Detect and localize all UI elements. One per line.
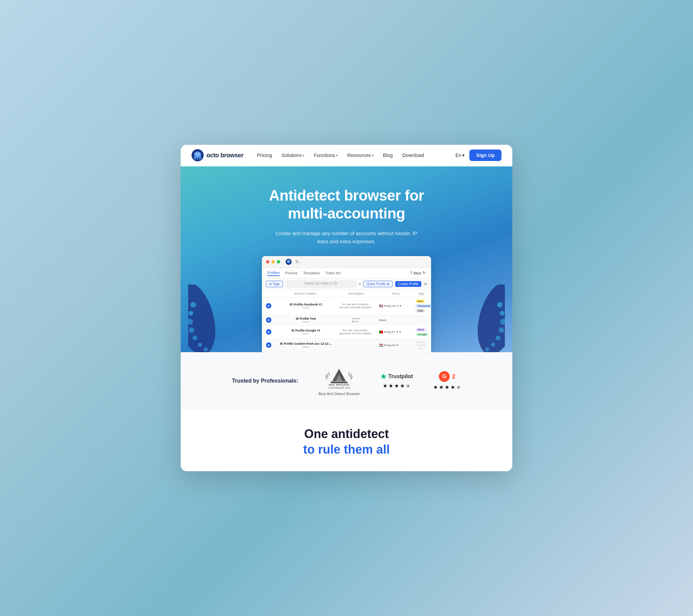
svg-point-12 — [198, 343, 202, 347]
profile-name: IE Profile Facebook #1 — [279, 303, 333, 306]
nav-solutions[interactable]: Solutions ▾ — [281, 153, 304, 158]
trusted-by-label: Trusted by Professionals: — [232, 378, 298, 384]
svg-text:MAC AFFILIATE: MAC AFFILIATE — [329, 383, 350, 386]
app-title-text: D... — [296, 260, 301, 263]
play-profile-button[interactable]: ▶ — [266, 303, 271, 309]
tab-proxies[interactable]: Proxies — [285, 270, 298, 276]
svg-point-23 — [287, 260, 290, 263]
profile-name: IE Profile Google #1 — [279, 329, 333, 332]
star-icon: ★ — [433, 384, 438, 390]
profile-desc: No new ads company...Account: example pa… — [336, 303, 376, 309]
svg-point-19 — [496, 336, 500, 340]
profile-name: IE Profile Test — [279, 317, 333, 320]
nav-pricing[interactable]: Pricing — [257, 153, 272, 158]
tag-work: Work — [416, 328, 427, 332]
logo-text: octo browser — [206, 152, 243, 159]
svg-point-7 — [191, 302, 196, 307]
bottom-headline-blue: to rule them all — [303, 442, 390, 456]
navbar: octo browser Pricing Solutions ▾ Functio… — [181, 145, 512, 166]
svg-point-20 — [491, 343, 495, 347]
profile-sub: Never — [279, 345, 333, 349]
close-dot-icon — [266, 260, 269, 263]
tags-filter-button[interactable]: ⊕ Tags — [266, 281, 283, 287]
trustpilot-stars: ★ ★ ★ ★ ★ — [383, 383, 411, 389]
filter-icon[interactable]: ≡ — [359, 282, 361, 286]
nav-blog[interactable]: Blog — [383, 153, 393, 158]
svg-point-8 — [189, 311, 193, 316]
quick-profile-button[interactable]: Quick Profile ⊞ — [363, 281, 392, 287]
table-row: ▶ IE Profile Google #1 Never Run ads, bl… — [262, 326, 431, 339]
tag-usa: USA — [416, 309, 425, 313]
settings-icon[interactable]: ⚙ — [424, 282, 427, 286]
proxy-tag: 🇭🇺 Proxy HU ✕ — [379, 343, 413, 347]
signup-button[interactable]: Sign Up — [469, 150, 501, 161]
mac-award-block: MAC AFFILIATE CONFERENCE 2024 Best Anti-… — [318, 366, 360, 396]
g2-stars: ★ ★ ★ ★ ★ — [433, 384, 461, 390]
svg-point-5 — [199, 154, 199, 154]
minimize-dot-icon — [271, 260, 275, 263]
star-icon: ★ — [439, 384, 443, 390]
nav-functions[interactable]: Functions ▾ — [314, 153, 338, 158]
nav-resources[interactable]: Resources ▾ — [347, 153, 373, 158]
profile-tags: Proxies Proxies IDA... — [416, 341, 427, 350]
octo-logo-icon — [192, 149, 204, 161]
functions-chevron-icon: ▾ — [336, 154, 338, 157]
app-window: D... Profiles Proxies Templates Trash bi… — [262, 256, 431, 352]
nav-download[interactable]: Download — [402, 153, 424, 158]
svg-point-11 — [193, 336, 197, 340]
star-icon: ★ — [400, 383, 405, 389]
play-profile-button[interactable]: ▶ — [266, 317, 271, 323]
create-profile-button[interactable]: Create Profile — [395, 281, 421, 287]
tab-trashbin[interactable]: Trash bin — [325, 270, 341, 276]
svg-point-13 — [204, 347, 208, 352]
g2-block: G 2 ★ ★ ★ ★ ★ — [433, 371, 461, 390]
svg-point-25 — [289, 260, 290, 261]
app-tabs: Profiles Proxies Templates Trash bin 7 d… — [262, 268, 431, 278]
solutions-chevron-icon: ▾ — [302, 154, 304, 157]
svg-point-21 — [485, 347, 489, 352]
table-row: ▶ IE Profile Custom fresh acc 12-12-... … — [262, 339, 431, 352]
svg-point-15 — [497, 302, 502, 307]
svg-point-24 — [288, 260, 288, 261]
profile-tags: New Facebook USA — [416, 299, 431, 313]
play-profile-button[interactable]: ▶ — [266, 342, 271, 348]
tentacle-right-icon — [461, 284, 505, 352]
profile-search-input[interactable]: Search by name or ID — [285, 280, 356, 288]
profile-name: IE Profile Custom fresh acc 12-12-... — [279, 342, 333, 345]
language-selector[interactable]: En ▾ — [455, 153, 464, 158]
profile-sub: Never — [279, 306, 333, 309]
tab-profiles[interactable]: Profiles — [267, 270, 280, 276]
maximize-dot-icon — [277, 260, 280, 263]
svg-text:CONFERENCE 2024: CONFERENCE 2024 — [328, 386, 351, 389]
app-logo-icon — [285, 259, 292, 265]
tab-templates[interactable]: Templates — [303, 270, 320, 276]
tag-new: New — [416, 299, 425, 303]
proxy-tag: 🇺🇸 Proxy US ✕ ✕ — [379, 304, 413, 308]
star-icon: ★ — [394, 383, 399, 389]
play-profile-button[interactable]: ▶ — [266, 329, 271, 335]
profile-tags: Work Google — [416, 328, 429, 336]
hero-section: Antidetect browser for multi-accounting … — [181, 166, 512, 352]
star-icon: ★ — [456, 384, 461, 390]
table-row: ▶ IE Profile Test Never Directdirect... … — [262, 315, 431, 326]
tag-google: Google — [416, 333, 429, 336]
bottom-headline: One antidetect to rule them all — [192, 426, 501, 458]
star-icon: ★ — [450, 384, 455, 390]
profile-sub: Never — [279, 320, 333, 323]
trust-section: Trusted by Professionals: MAC AFFILIATE — [181, 352, 512, 409]
svg-point-16 — [500, 311, 504, 316]
logo[interactable]: octo browser — [192, 149, 243, 161]
profile-sub: Never — [279, 332, 333, 335]
table-row: ▶ IE Profile Facebook #1 Never No new ad… — [262, 297, 431, 315]
proxy-tag: Direct — [379, 319, 413, 322]
browser-window: octo browser Pricing Solutions ▾ Functio… — [181, 145, 512, 471]
svg-point-18 — [499, 327, 504, 333]
bottom-section: One antidetect to rule them all — [181, 409, 512, 472]
star-icon: ★ — [444, 384, 449, 390]
profile-desc: Run ads, blog media...password: Account … — [336, 329, 376, 335]
nav-actions: En ▾ Sign Up — [455, 150, 501, 161]
app-titlebar: D... — [262, 256, 431, 268]
svg-point-6 — [188, 284, 223, 352]
award-subtitle: Best Anti-Detect Browser — [318, 392, 360, 396]
lang-chevron-icon: ▾ — [462, 153, 464, 158]
